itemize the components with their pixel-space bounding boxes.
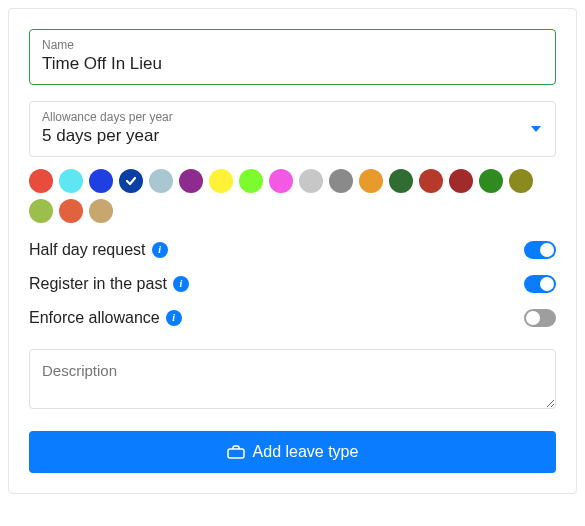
add-leave-type-button[interactable]: Add leave type xyxy=(29,431,556,473)
svg-rect-0 xyxy=(228,449,244,458)
color-swatch[interactable] xyxy=(59,199,83,223)
color-swatch[interactable] xyxy=(479,169,503,193)
register-past-row: Register in the past i xyxy=(29,275,556,293)
color-swatch[interactable] xyxy=(89,169,113,193)
submit-label: Add leave type xyxy=(253,443,359,461)
half-day-label: Half day request xyxy=(29,241,146,259)
color-swatch[interactable] xyxy=(179,169,203,193)
description-textarea[interactable] xyxy=(29,349,556,409)
name-field[interactable]: Name xyxy=(29,29,556,85)
enforce-allowance-toggle[interactable] xyxy=(524,309,556,327)
color-swatch[interactable] xyxy=(89,199,113,223)
half-day-label-wrap: Half day request i xyxy=(29,241,168,259)
color-swatch[interactable] xyxy=(29,169,53,193)
color-swatch[interactable] xyxy=(269,169,293,193)
color-swatch[interactable] xyxy=(389,169,413,193)
info-icon[interactable]: i xyxy=(152,242,168,258)
leave-type-form-card: Name Allowance days per year 5 days per … xyxy=(8,8,577,494)
color-swatch[interactable] xyxy=(359,169,383,193)
color-swatch[interactable] xyxy=(59,169,83,193)
name-label: Name xyxy=(42,38,543,52)
briefcase-icon xyxy=(227,445,245,459)
color-swatch[interactable] xyxy=(149,169,173,193)
register-past-toggle[interactable] xyxy=(524,275,556,293)
enforce-allowance-label: Enforce allowance xyxy=(29,309,160,327)
half-day-toggle[interactable] xyxy=(524,241,556,259)
allowance-select[interactable]: Allowance days per year 5 days per year xyxy=(29,101,556,157)
color-swatch[interactable] xyxy=(299,169,323,193)
register-past-label-wrap: Register in the past i xyxy=(29,275,189,293)
info-icon[interactable]: i xyxy=(173,276,189,292)
chevron-down-icon xyxy=(531,126,541,132)
name-input[interactable] xyxy=(42,54,543,74)
enforce-allowance-label-wrap: Enforce allowance i xyxy=(29,309,182,327)
color-swatch[interactable] xyxy=(449,169,473,193)
color-swatch[interactable] xyxy=(29,199,53,223)
color-swatch[interactable] xyxy=(119,169,143,193)
color-swatch[interactable] xyxy=(509,169,533,193)
color-swatch[interactable] xyxy=(239,169,263,193)
color-swatches xyxy=(29,169,556,223)
enforce-allowance-row: Enforce allowance i xyxy=(29,309,556,327)
allowance-value: 5 days per year xyxy=(42,126,543,146)
allowance-label: Allowance days per year xyxy=(42,110,543,124)
color-swatch[interactable] xyxy=(209,169,233,193)
color-swatch[interactable] xyxy=(329,169,353,193)
info-icon[interactable]: i xyxy=(166,310,182,326)
half-day-row: Half day request i xyxy=(29,241,556,259)
register-past-label: Register in the past xyxy=(29,275,167,293)
color-swatch[interactable] xyxy=(419,169,443,193)
